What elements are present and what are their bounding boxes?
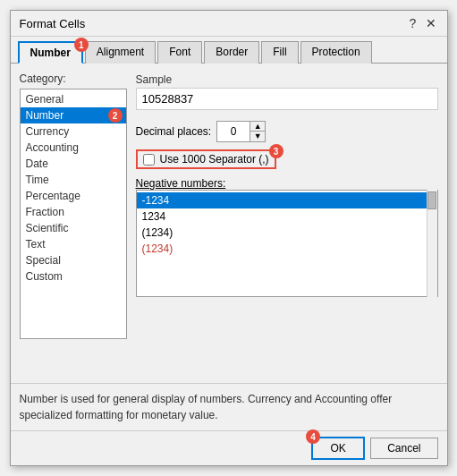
decimal-input[interactable]: 0 [217, 123, 250, 140]
category-item-general[interactable]: General [21, 91, 126, 107]
category-list: General Number 2 Currency Accounting Dat… [20, 89, 127, 339]
negative-item-0[interactable]: -1234 [137, 192, 437, 208]
sample-label: Sample [136, 73, 173, 86]
category-item-scientific[interactable]: Scientific [21, 220, 126, 236]
title-bar-controls: ? ✕ [406, 16, 438, 30]
category-item-text[interactable]: Text [21, 236, 126, 252]
tab-alignment-label: Alignment [97, 46, 144, 58]
main-content: Category: General Number 2 Currency Acco… [11, 64, 447, 383]
help-button[interactable]: ? [406, 16, 420, 30]
category-item-percentage[interactable]: Percentage [21, 188, 126, 204]
tab-fill[interactable]: Fill [261, 41, 298, 64]
sample-value: 10528837 [136, 88, 438, 110]
category-label: Category: [20, 72, 127, 85]
format-cells-dialog: Format Cells ? ✕ Number 1 Alignment Font… [10, 10, 448, 466]
tab-number[interactable]: Number 1 [18, 41, 83, 64]
title-bar: Format Cells ? ✕ [11, 11, 447, 37]
ok-button[interactable]: OK [311, 437, 365, 460]
separator-row: Use 1000 Separator (,) 3 [136, 149, 276, 169]
tab-fill-label: Fill [273, 46, 286, 58]
category-item-time[interactable]: Time [21, 172, 126, 188]
negative-item-3[interactable]: (1234) [137, 241, 437, 257]
tab-border-label: Border [216, 46, 248, 58]
category-badge: 2 [108, 108, 123, 123]
tabs-bar: Number 1 Alignment Font Border Fill Prot… [11, 37, 447, 64]
separator-checkbox[interactable] [143, 154, 155, 166]
tab-font-label: Font [169, 46, 190, 58]
decimal-spinner: 0 ▲ ▼ [216, 121, 266, 142]
negative-section: Negative numbers: -1234 1234 (1234) (123… [136, 176, 438, 297]
left-panel: Category: General Number 2 Currency Acco… [20, 72, 127, 374]
category-item-custom[interactable]: Custom [21, 268, 126, 285]
negative-label: Negative numbers: [136, 177, 226, 190]
close-button[interactable]: ✕ [424, 16, 438, 30]
tab-border[interactable]: Border [204, 41, 259, 64]
category-item-special[interactable]: Special [21, 252, 126, 268]
tab-alignment[interactable]: Alignment [85, 41, 156, 64]
cancel-button[interactable]: Cancel [370, 438, 437, 459]
right-panel: Sample 10528837 Decimal places: 0 ▲ ▼ Us… [136, 72, 438, 374]
category-item-number[interactable]: Number 2 [21, 107, 126, 123]
category-item-fraction[interactable]: Fraction [21, 204, 126, 220]
tab-number-label: Number [30, 47, 71, 59]
description-text: Number is used for general display of nu… [11, 383, 447, 430]
spin-up-button[interactable]: ▲ [250, 122, 265, 132]
negative-item-2[interactable]: (1234) [137, 225, 437, 241]
separator-label[interactable]: Use 1000 Separator (,) [160, 153, 269, 166]
decimal-label: Decimal places: [136, 125, 212, 138]
decimal-row: Decimal places: 0 ▲ ▼ [136, 121, 438, 142]
tab-font[interactable]: Font [157, 41, 202, 64]
tab-protection[interactable]: Protection [300, 41, 372, 64]
dialog-title: Format Cells [20, 17, 86, 30]
spin-down-button[interactable]: ▼ [250, 132, 265, 141]
tab-badge: 1 [74, 38, 89, 52]
negative-list: -1234 1234 (1234) (1234) [136, 190, 438, 297]
spinner-buttons: ▲ ▼ [250, 122, 265, 141]
category-item-accounting[interactable]: Accounting [21, 140, 126, 156]
category-item-date[interactable]: Date [21, 156, 126, 172]
separator-badge: 3 [269, 144, 284, 158]
footer: OK 4 Cancel [11, 430, 447, 465]
category-item-currency[interactable]: Currency [21, 123, 126, 140]
tab-protection-label: Protection [312, 46, 360, 58]
sample-section: Sample 10528837 [136, 72, 438, 110]
scrollbar[interactable] [427, 190, 437, 297]
negative-item-1[interactable]: 1234 [137, 208, 437, 225]
